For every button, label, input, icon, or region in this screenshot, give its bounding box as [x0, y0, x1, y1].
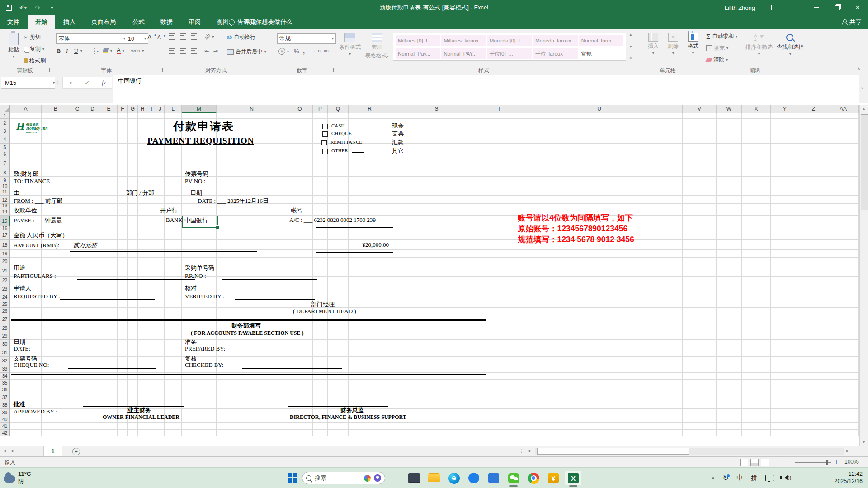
- selected-cell[interactable]: [182, 216, 218, 228]
- cell-style-千位[0]_...[interactable]: 千位[0]_...: [487, 48, 532, 59]
- namebox-splitter[interactable]: ⋮: [55, 79, 61, 85]
- start-button[interactable]: [288, 473, 297, 483]
- number-dialog-launcher[interactable]: [329, 68, 334, 72]
- name-box[interactable]: M15▾: [1, 77, 55, 89]
- ribbon-tab-文件[interactable]: 文件: [0, 15, 27, 29]
- copy-button[interactable]: 复制▾: [24, 45, 44, 53]
- percent-style-icon[interactable]: %: [294, 48, 299, 55]
- accounting-format-button[interactable]: ¥▾: [278, 48, 289, 55]
- share-button[interactable]: 共享: [842, 15, 862, 29]
- row-header-35[interactable]: 35: [0, 380, 10, 386]
- align-bottom-icon[interactable]: [191, 33, 197, 40]
- row-header-15[interactable]: 15: [0, 216, 10, 226]
- align-left-icon[interactable]: [169, 48, 175, 54]
- row-header-23[interactable]: 23: [0, 284, 10, 293]
- column-header-Z[interactable]: Z: [799, 105, 828, 113]
- column-header-A[interactable]: A: [10, 105, 42, 113]
- paste-button[interactable]: 粘贴▾: [4, 33, 24, 59]
- page-layout-view-icon[interactable]: [750, 459, 759, 466]
- ime-language-icon[interactable]: 中: [736, 474, 743, 482]
- row-header-33[interactable]: 33: [0, 365, 10, 373]
- ribbon-display-options-icon[interactable]: [764, 0, 785, 15]
- decrease-decimal-icon[interactable]: .00→: [323, 49, 333, 53]
- align-middle-icon[interactable]: [180, 33, 186, 40]
- row-header-18[interactable]: 18: [0, 240, 10, 250]
- formula-input[interactable]: 中国银行: [113, 75, 859, 103]
- column-header-S[interactable]: S: [391, 105, 482, 113]
- cell-style-Normal_PAY...[interactable]: Normal_PAY...: [441, 48, 486, 59]
- vertical-scrollbar[interactable]: ▲ ▼: [859, 105, 868, 446]
- column-header-U[interactable]: U: [516, 105, 683, 113]
- column-header-C[interactable]: C: [70, 105, 85, 113]
- row-header-2[interactable]: 2: [0, 119, 10, 127]
- row-header-16[interactable]: 16: [0, 226, 10, 230]
- row-header-24[interactable]: 24: [0, 293, 10, 300]
- zoom-level[interactable]: 100%: [844, 459, 859, 465]
- column-header-X[interactable]: X: [742, 105, 771, 113]
- hscroll-right-icon[interactable]: ▸: [846, 448, 849, 453]
- grid-app-icon[interactable]: [486, 471, 502, 485]
- edge-icon[interactable]: e: [446, 471, 462, 485]
- sheet-nav-next-icon[interactable]: ▸: [12, 448, 14, 453]
- cell-style-Millares [0]_I...[interactable]: Millares [0]_I...: [396, 35, 440, 46]
- font-size-select[interactable]: 10▾: [126, 33, 148, 44]
- row-header-26[interactable]: 26: [0, 308, 10, 314]
- cell-style-Normal_form...[interactable]: Normal_form...: [579, 35, 623, 46]
- conditional-format-button[interactable]: 条件格式▾: [338, 33, 362, 56]
- row-header-21[interactable]: 21: [0, 265, 10, 277]
- zoom-slider-thumb[interactable]: [826, 460, 828, 465]
- row-header-36[interactable]: 36: [0, 386, 10, 393]
- column-header-AA[interactable]: AA: [828, 105, 859, 113]
- minimize-button[interactable]: [806, 0, 826, 15]
- row-header-11[interactable]: 11: [0, 188, 10, 196]
- weather-widget[interactable]: 11°C 阴: [4, 470, 31, 485]
- taskbar-search[interactable]: 搜索: [302, 472, 385, 484]
- row-header-4[interactable]: 4: [0, 135, 10, 144]
- cell-style-Moneda_laroux[interactable]: Moneda_laroux: [533, 35, 577, 46]
- row-header-25[interactable]: 25: [0, 300, 10, 308]
- font-color-button[interactable]: A▾: [117, 47, 124, 54]
- comma-style-icon[interactable]: ,: [303, 47, 305, 55]
- cancel-icon[interactable]: ×: [69, 80, 73, 86]
- tab-splitter[interactable]: ⁞: [521, 448, 522, 454]
- row-header-31[interactable]: 31: [0, 348, 10, 357]
- row-header-3[interactable]: 3: [0, 127, 10, 135]
- cell-style-Moneda [0]_I...[interactable]: Moneda [0]_I...: [487, 35, 532, 46]
- network-icon[interactable]: [765, 475, 774, 481]
- align-center-icon[interactable]: [180, 48, 186, 54]
- ribbon-tab-开始[interactable]: 开始: [28, 15, 55, 29]
- cell-style-Normal_Pay...[interactable]: Normal_Pay...: [396, 48, 440, 59]
- column-header-T[interactable]: T: [482, 105, 516, 113]
- insert-cells-button[interactable]: 插入▾: [644, 33, 663, 55]
- autosum-button[interactable]: Σ自动求和▾: [706, 33, 737, 40]
- format-as-table-button[interactable]: 套用 表格格式▾: [364, 33, 390, 60]
- row-header-30[interactable]: 30: [0, 340, 10, 348]
- row-header-41[interactable]: 41: [0, 423, 10, 430]
- font-dialog-launcher[interactable]: [158, 68, 163, 72]
- ribbon-tab-插入[interactable]: 插入: [56, 15, 83, 29]
- row-header-10[interactable]: 10: [0, 184, 10, 188]
- column-header-P[interactable]: P: [313, 105, 328, 113]
- finance-app-icon[interactable]: ¥: [545, 471, 561, 485]
- row-header-37[interactable]: 37: [0, 393, 10, 401]
- row-header-7[interactable]: 7: [0, 157, 10, 169]
- increase-indent-icon[interactable]: ⇥: [213, 48, 218, 54]
- scroll-down-icon[interactable]: ▼: [861, 440, 867, 444]
- horizontal-scroll-thumb[interactable]: [537, 448, 689, 455]
- delete-cells-button[interactable]: × 删除▾: [664, 33, 683, 55]
- row-header-27[interactable]: 27: [0, 314, 10, 324]
- cell-style-常规[interactable]: 常规: [579, 48, 623, 59]
- blue-app-icon[interactable]: [466, 471, 482, 485]
- merge-center-button[interactable]: 合并后居中▾: [227, 48, 266, 56]
- zoom-in-icon[interactable]: +: [835, 458, 838, 465]
- chrome-icon[interactable]: [525, 471, 542, 485]
- increase-decimal-icon[interactable]: ←.0: [313, 49, 321, 53]
- ribbon-tab-页面布局[interactable]: 页面布局: [84, 15, 123, 29]
- row-header-40[interactable]: 40: [0, 416, 10, 423]
- cut-button[interactable]: ✂剪切: [24, 33, 41, 41]
- row-header-32[interactable]: 32: [0, 357, 10, 365]
- enter-icon[interactable]: ✓: [85, 80, 90, 86]
- gallery-scroll[interactable]: ▲▼≡: [627, 33, 635, 61]
- column-header-B[interactable]: B: [42, 105, 70, 113]
- column-header-Y[interactable]: Y: [771, 105, 799, 113]
